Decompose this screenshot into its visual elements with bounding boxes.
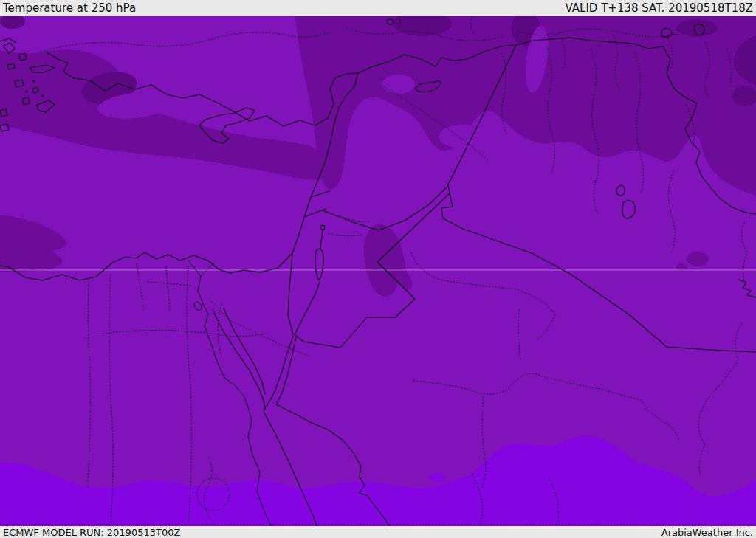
header-bar: Temperature at 250 hPa VALID T+138 SAT. … [0, 0, 756, 16]
map-title: Temperature at 250 hPa [3, 3, 136, 14]
weather-map-canvas [0, 16, 756, 526]
valid-time-label: VALID T+138 SAT. 20190518T18Z [566, 3, 753, 14]
weather-map-page: Temperature at 250 hPa VALID T+138 SAT. … [0, 0, 756, 538]
credit-label: ArabiaWeather Inc. [662, 528, 753, 537]
model-run-label: ECMWF MODEL RUN: 20190513T00Z [3, 528, 180, 537]
map-area [0, 16, 756, 526]
footer-bar: ECMWF MODEL RUN: 20190513T00Z ArabiaWeat… [0, 526, 756, 538]
